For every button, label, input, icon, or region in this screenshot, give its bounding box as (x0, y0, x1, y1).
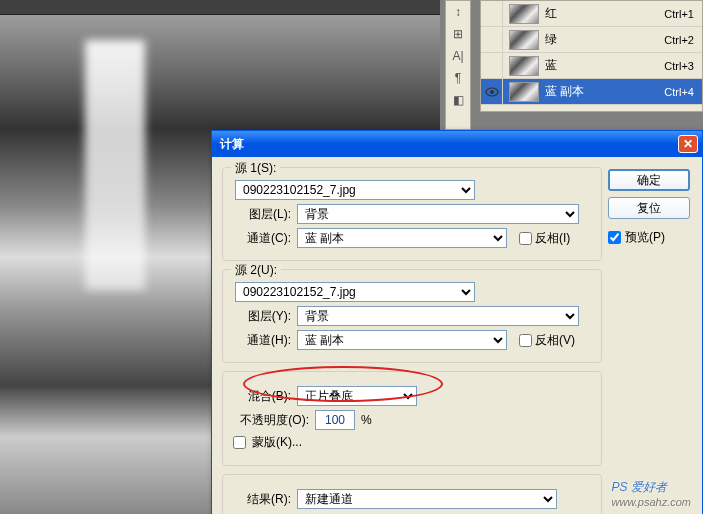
opacity-label: 不透明度(O): (233, 412, 309, 429)
blend-group: 混合(B): 正片叠底 不透明度(O): % 蒙版(K)... (222, 371, 602, 466)
watermark-main: PS 爱好者 (612, 480, 667, 494)
dialog-button-column: 确定 复位 预览(P) (608, 169, 690, 246)
source1-group: 源 1(S): 090223102152_7.jpg 图层(L): 背景 通道(… (222, 167, 602, 261)
channel-row-blue-copy[interactable]: 蓝 副本 Ctrl+4 (481, 79, 702, 105)
channel-row-green[interactable]: 绿 Ctrl+2 (481, 27, 702, 53)
source1-layer-label: 图层(L): (233, 206, 291, 223)
source2-layer-label: 图层(Y): (233, 308, 291, 325)
source1-layer-select[interactable]: 背景 (297, 204, 579, 224)
calculations-dialog: 计算 ✕ 源 1(S): 090223102152_7.jpg 图层(L): 背… (211, 130, 703, 514)
source1-channel-select[interactable]: 蓝 副本 (297, 228, 507, 248)
channel-thumbnail (509, 56, 539, 76)
ok-button[interactable]: 确定 (608, 169, 690, 191)
channel-name: 红 (545, 5, 664, 22)
channel-shortcut: Ctrl+4 (664, 86, 702, 98)
channel-thumbnail (509, 30, 539, 50)
source1-invert-label: 反相(I) (535, 230, 570, 247)
blend-mode-select[interactable]: 正片叠底 (297, 386, 417, 406)
vertical-toolbar: ↕ ⊞ A| ¶ ◧ (445, 0, 471, 130)
source2-channel-select[interactable]: 蓝 副本 (297, 330, 507, 350)
percent-label: % (361, 413, 372, 427)
channel-shortcut: Ctrl+1 (664, 8, 702, 20)
opacity-input[interactable] (315, 410, 355, 430)
source2-channel-label: 通道(H): (233, 332, 291, 349)
source1-legend: 源 1(S): (231, 160, 280, 177)
source2-file-select[interactable]: 090223102152_7.jpg (235, 282, 475, 302)
result-label: 结果(R): (233, 491, 291, 508)
source1-channel-label: 通道(C): (233, 230, 291, 247)
tool-button[interactable]: ¶ (446, 67, 470, 89)
close-button[interactable]: ✕ (678, 135, 698, 153)
dialog-title: 计算 (216, 136, 678, 153)
blend-label: 混合(B): (233, 388, 291, 405)
source2-group: 源 2(U): 090223102152_7.jpg 图层(Y): 背景 通道(… (222, 269, 602, 363)
preview-checkbox[interactable] (608, 231, 621, 244)
visibility-toggle[interactable] (481, 1, 503, 27)
tool-button[interactable]: ◧ (446, 89, 470, 111)
source2-invert-label: 反相(V) (535, 332, 575, 349)
channel-name: 绿 (545, 31, 664, 48)
watermark-sub: www.psahz.com (612, 496, 691, 508)
tool-button[interactable]: ⊞ (446, 23, 470, 45)
source2-legend: 源 2(U): (231, 262, 281, 279)
dialog-titlebar[interactable]: 计算 ✕ (212, 131, 702, 157)
channel-row-red[interactable]: 红 Ctrl+1 (481, 1, 702, 27)
source1-invert-checkbox[interactable] (519, 232, 532, 245)
visibility-toggle[interactable] (481, 53, 503, 79)
channel-shortcut: Ctrl+2 (664, 34, 702, 46)
visibility-toggle[interactable] (481, 79, 503, 105)
svg-point-1 (490, 90, 494, 94)
eye-icon (485, 87, 499, 97)
source1-file-select[interactable]: 090223102152_7.jpg (235, 180, 475, 200)
channel-shortcut: Ctrl+3 (664, 60, 702, 72)
tool-button[interactable]: A| (446, 45, 470, 67)
watermark: PS 爱好者 www.psahz.com (612, 475, 691, 508)
channel-name: 蓝 副本 (545, 83, 664, 100)
tool-button[interactable]: ↕ (446, 1, 470, 23)
visibility-toggle[interactable] (481, 27, 503, 53)
reset-button[interactable]: 复位 (608, 197, 690, 219)
mask-label: 蒙版(K)... (252, 434, 302, 451)
result-group: 结果(R): 新建通道 (222, 474, 602, 514)
source2-layer-select[interactable]: 背景 (297, 306, 579, 326)
channel-thumbnail (509, 4, 539, 24)
channel-name: 蓝 (545, 57, 664, 74)
source2-invert-checkbox[interactable] (519, 334, 532, 347)
close-icon: ✕ (683, 137, 693, 151)
channel-row-blue[interactable]: 蓝 Ctrl+3 (481, 53, 702, 79)
mask-checkbox[interactable] (233, 436, 246, 449)
result-select[interactable]: 新建通道 (297, 489, 557, 509)
channels-panel: 红 Ctrl+1 绿 Ctrl+2 蓝 Ctrl+3 蓝 副本 Ctrl+4 (480, 0, 703, 112)
preview-label: 预览(P) (625, 229, 665, 246)
channel-thumbnail (509, 82, 539, 102)
